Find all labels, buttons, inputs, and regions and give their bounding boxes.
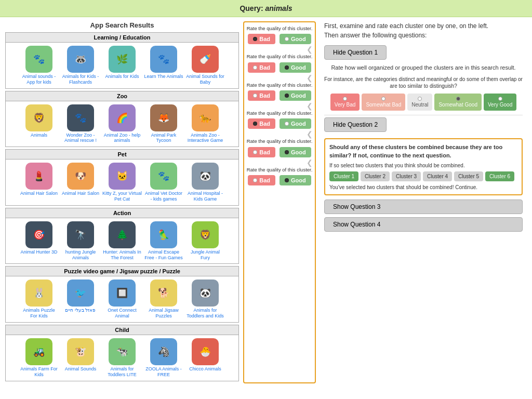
scale-button[interactable]: Somewhat Good <box>434 94 482 111</box>
list-item[interactable]: 🦓ZOOLA Animals - FREE <box>144 338 183 378</box>
app-icon: 🔲 <box>109 280 136 307</box>
bad-button[interactable]: Bad <box>248 118 275 129</box>
list-item[interactable]: 🐮Animal Sounds <box>61 338 100 378</box>
list-item[interactable]: 🐦פאזל בעלי חיים <box>61 280 100 319</box>
list-item[interactable]: 🚜Animals Farm For Kids <box>19 338 59 378</box>
list-item[interactable]: 🐾Learn The Animals <box>144 46 183 85</box>
list-item[interactable]: 🐾Wonder Zoo - Animal rescue ! <box>61 104 100 144</box>
app-name: Animal Jigsaw Puzzles <box>144 308 183 319</box>
bad-button[interactable]: Bad <box>248 147 275 157</box>
cluster-select-button[interactable]: Cluster 5 <box>454 171 483 181</box>
scale-button[interactable]: Somewhat Bad <box>362 94 405 111</box>
list-item[interactable]: 🌲Hunter: Animals In The Forest <box>102 221 142 261</box>
arrow-icon: ❮ <box>246 158 313 167</box>
scale-button[interactable]: Very Good <box>484 94 516 111</box>
rate-box-6: Rate the quality of this cluster.BadGood <box>246 167 313 185</box>
app-name: Animals for Kids <box>102 74 142 79</box>
app-name: Animals Puzzle For Kids <box>19 308 59 319</box>
rate-label: Rate the quality of this cluster. <box>246 110 313 116</box>
app-icon: 🐾 <box>150 163 177 190</box>
list-item[interactable]: 🐼Animals for Toddlers and Kids <box>185 280 225 319</box>
app-name: Animal Hospital - Kids Game <box>185 191 225 202</box>
list-item[interactable]: 🌿Animals for Kids <box>102 46 142 85</box>
scale-radio <box>381 97 385 101</box>
cluster-items: 💄Animal Hair Salon🐶Animal Hair Salon🐱Kit… <box>6 159 238 205</box>
app-name: Learn The Animals <box>144 74 183 79</box>
good-button[interactable]: Good <box>280 118 311 129</box>
hide-question-1-button[interactable]: Hide Question 1 <box>324 45 387 60</box>
scale-button[interactable]: Very Bad <box>330 94 360 111</box>
cluster-section-puzzle-video-game-/-jigsaw-puzzle-/-puzzle: Puzzle video game / Jigsaw puzzle / Puzz… <box>5 266 239 323</box>
list-item[interactable]: 🎯Animal Hunter 3D <box>19 221 59 261</box>
cluster-select-button[interactable]: Cluster 6 <box>485 171 514 181</box>
rate-buttons: BadGood <box>246 62 313 73</box>
rate-label: Rate the quality of this cluster. <box>246 138 313 144</box>
list-item[interactable]: 🔭hunting Jungle Animals <box>61 221 100 261</box>
list-item[interactable]: 🐄Animals for Toddlers LITE <box>102 338 142 378</box>
list-item[interactable]: 🐆Animals Zoo - Interactive Game <box>185 104 225 144</box>
list-item[interactable]: 🐣Chicco Animals <box>185 338 225 378</box>
app-icon: 🌈 <box>109 104 136 131</box>
cluster-select-button[interactable]: Cluster 4 <box>423 171 452 181</box>
app-name: Animal Escape Free - Fun Games <box>144 249 183 261</box>
app-name: Chicco Animals <box>185 366 225 372</box>
good-button[interactable]: Good <box>280 147 311 157</box>
good-radio <box>285 178 289 182</box>
cluster-select-button[interactable]: Cluster 3 <box>392 171 421 181</box>
list-item[interactable]: 🐾Animal Vet Doctor - kids games <box>144 163 183 202</box>
bad-button[interactable]: Bad <box>248 34 275 44</box>
list-item[interactable]: 🦝Animals for Kids - Flashcards <box>61 46 100 85</box>
app-name: Animals for Toddlers LITE <box>102 366 142 378</box>
good-button[interactable]: Good <box>280 62 311 73</box>
list-item[interactable]: 🐼Animal Hospital - Kids Game <box>185 163 225 202</box>
list-item[interactable]: 🌈Animal Zoo - help animals <box>102 104 142 144</box>
good-button[interactable]: Good <box>280 175 311 185</box>
list-item[interactable]: 🐕Animal Jigsaw Puzzles <box>144 280 183 319</box>
good-button[interactable]: Good <box>280 90 311 101</box>
left-panel-title: App Search Results <box>5 21 239 29</box>
show-question-4-button[interactable]: Show Question 4 <box>324 217 523 232</box>
list-item[interactable]: 🦁Jungle Animal Fury <box>185 221 225 261</box>
list-item[interactable]: 🔲Onet Connect Animal <box>102 280 142 319</box>
rate-label: Rate the quality of this cluster. <box>246 167 313 173</box>
list-item[interactable]: 🍼Animal Sounds for Baby <box>185 46 225 85</box>
list-item[interactable]: 🦊Animal Park Tycoon <box>144 104 183 144</box>
list-item[interactable]: 🐱Kitty Z, your Virtual Pet Cat <box>102 163 142 202</box>
app-icon: 🦁 <box>192 221 219 248</box>
app-name: Animal sounds - App for kids <box>19 74 59 85</box>
app-name: Animal Hair Salon <box>19 191 59 196</box>
cluster-header: Child <box>6 325 238 335</box>
list-item[interactable]: 🦁Animals <box>19 104 59 144</box>
hide-question-2-button[interactable]: Hide Question 2 <box>324 117 387 132</box>
list-item[interactable]: 🐾Animal sounds - App for kids <box>19 46 59 85</box>
q1-sub: For instance, are the categories distinc… <box>324 76 523 89</box>
cluster-items: 🐾Animal sounds - App for kids🦝Animals fo… <box>6 43 238 88</box>
app-name: Animal Sounds <box>61 366 100 372</box>
cluster-section-child: Child🚜Animals Farm For Kids🐮Animal Sound… <box>5 325 239 381</box>
bad-button[interactable]: Bad <box>248 62 275 73</box>
app-name: Jungle Animal Fury <box>185 249 225 261</box>
query-prefix: Query: <box>240 4 265 12</box>
cluster-select-button[interactable]: Cluster 1 <box>329 171 358 181</box>
scale-button[interactable]: Neutral <box>407 94 432 111</box>
list-item[interactable]: 💄Animal Hair Salon <box>19 163 59 202</box>
good-button[interactable]: Good <box>280 34 311 44</box>
app-name: Animals for Kids - Flashcards <box>61 74 100 85</box>
show-question-3-button[interactable]: Show Question 3 <box>324 200 523 214</box>
rate-buttons: BadGood <box>246 118 313 129</box>
arrow-icon: ❮ <box>246 74 313 82</box>
bad-button[interactable]: Bad <box>248 90 275 101</box>
rating-panel: Rate the quality of this cluster.BadGood… <box>243 21 316 383</box>
scale-radio <box>418 97 422 101</box>
list-item[interactable]: 🦜Animal Escape Free - Fun Games <box>144 221 183 261</box>
app-name: Animals for Toddlers and Kids <box>185 308 225 319</box>
cluster-select-button[interactable]: Cluster 2 <box>361 171 390 181</box>
app-icon: 🎯 <box>25 221 52 248</box>
bad-button[interactable]: Bad <box>248 175 275 185</box>
bad-radio <box>253 65 257 70</box>
app-name: Animals <box>19 132 59 138</box>
bad-radio <box>253 37 257 41</box>
list-item[interactable]: 🐰Animals Puzzle For Kids <box>19 280 59 319</box>
app-icon: 🐾 <box>67 104 94 131</box>
list-item[interactable]: 🐶Animal Hair Salon <box>61 163 100 202</box>
